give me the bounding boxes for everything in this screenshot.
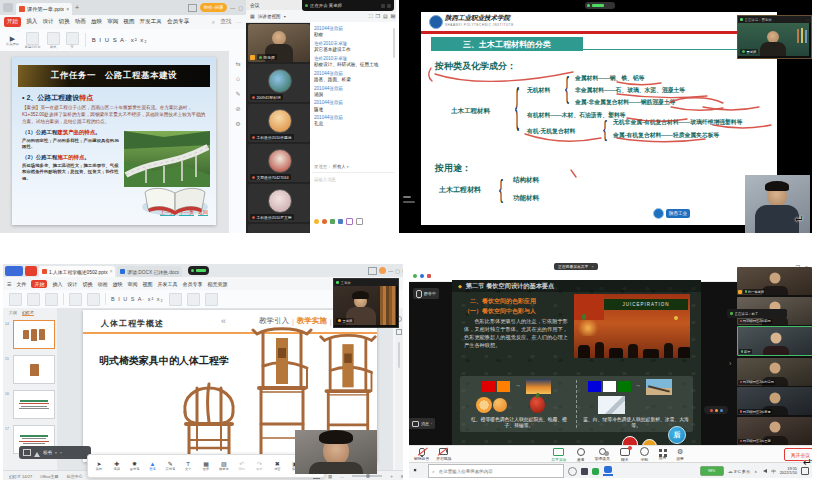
bl-student-cam[interactable]	[295, 430, 377, 474]
doc-document-tab[interactable]: 课辅.DOCX 已转换.docx	[117, 266, 182, 277]
tool-text[interactable]: T文字	[180, 461, 196, 472]
menu-icon[interactable]: ☰	[7, 281, 11, 287]
video-tile-speaking[interactable]: 韩子	[737, 326, 812, 356]
section-group[interactable]: 节	[66, 32, 79, 49]
new-slide-group[interactable]: 新建幻灯片	[25, 32, 41, 49]
menu-animation[interactable]: 动画	[75, 18, 86, 26]
nav-back-link[interactable]: 返回	[198, 209, 208, 216]
video-tile[interactable]: 环19级环艺2班刘诗雨	[737, 358, 812, 386]
start-show-group[interactable]: ▶ 从头开始	[6, 35, 19, 46]
menu-review[interactable]: 审阅	[127, 281, 137, 287]
align-icon[interactable]	[169, 293, 182, 306]
meeting-info-icon[interactable]	[420, 274, 424, 278]
manage-members-button[interactable]: 管理成员	[595, 448, 610, 461]
rail-icon[interactable]	[396, 329, 402, 335]
more-icon[interactable]: ⋯	[236, 19, 241, 25]
tool-redo[interactable]: ↷恢复	[252, 461, 268, 472]
new-slide-icon[interactable]	[69, 293, 82, 306]
file-icon[interactable]	[338, 219, 343, 224]
tab-close-icon[interactable]: ×	[66, 6, 69, 12]
video-tile[interactable]: 刘一璇老师	[737, 267, 812, 295]
taskview-icon[interactable]	[568, 467, 577, 476]
video-tile-teacher[interactable]: 陈老师	[248, 24, 310, 62]
split-view-icon[interactable]	[188, 4, 197, 12]
battery-widget[interactable]: 98%	[700, 466, 724, 476]
video-tile-4[interactable]: 文思造价70427034	[248, 144, 310, 182]
more-tools-icon[interactable]	[356, 218, 363, 225]
split-view-icon[interactable]	[368, 267, 377, 275]
start-video-button[interactable]: 开启视频	[436, 448, 451, 461]
notes-label[interactable]: 批注中心	[67, 474, 83, 479]
tool-pen-active[interactable]: ▲画笔	[144, 461, 160, 472]
banner-close-icon[interactable]: ×	[591, 265, 593, 269]
mention-icon[interactable]	[322, 219, 327, 224]
tool-eraser[interactable]: ▨橡皮擦	[216, 461, 232, 472]
ime-lang[interactable]: 中	[771, 469, 776, 474]
rail-scrollbar[interactable]	[398, 342, 401, 368]
minimize-button[interactable]: —	[388, 268, 393, 274]
ppt-document-tab[interactable]: 1.人体工程学概述0502.pptx ×	[39, 266, 115, 277]
format-strip[interactable]: B I U S A· x² x₂	[92, 37, 148, 43]
nav-prev-link[interactable]: 上一页	[160, 209, 175, 216]
emoji-icon[interactable]	[314, 219, 319, 224]
slides-tab[interactable]: 幻灯片	[22, 310, 34, 316]
screen-share-banner[interactable]: 正在观看屏幕共享 ×	[554, 263, 598, 270]
send-to-caret-icon[interactable]: ▾	[347, 165, 349, 169]
slide-thumbnail[interactable]	[13, 390, 55, 419]
layout-icon[interactable]	[87, 293, 100, 306]
star-icon[interactable]: ✩	[235, 76, 240, 82]
chat-tab-label[interactable]: 聊天	[391, 14, 396, 19]
popout-icon[interactable]: ❐	[376, 13, 380, 19]
menu-file[interactable]: 文件	[16, 281, 26, 287]
view-grid-icon[interactable]: ▦	[250, 13, 255, 19]
send-to-value[interactable]: 所有人	[333, 164, 346, 169]
view-mode-label[interactable]: 演讲者视图	[258, 14, 281, 19]
font-format-strip[interactable]: B I U S A· x² x₂	[111, 296, 164, 302]
tool-undo[interactable]: ↶撤销	[234, 461, 250, 472]
cut-icon[interactable]	[27, 293, 40, 306]
record-button[interactable]: 录制	[640, 447, 649, 462]
layout-group[interactable]: 版式	[47, 32, 60, 49]
view-mode-caret-icon[interactable]: ▾	[284, 14, 286, 19]
slide-thumbnail-selected[interactable]	[13, 320, 55, 349]
slide-thumbnail[interactable]	[13, 355, 55, 384]
pill-btn2-icon[interactable]	[387, 4, 391, 8]
zoom-out-button[interactable]: —	[340, 474, 344, 479]
settings-button[interactable]: ⚙ 设置	[676, 448, 684, 461]
tool-shapes[interactable]: ▦图形	[198, 461, 214, 472]
board-mode-pill[interactable]: 板书 ▾ ×	[19, 446, 91, 459]
maximize-button[interactable]: ▢	[395, 268, 400, 274]
menu-slideshow[interactable]: 放映	[112, 281, 122, 287]
fullscreen-icon[interactable]: ⛶	[369, 13, 373, 20]
chat-messages[interactable]: 201044张欣茹勘察 造价2010宋卓璇其它基本建设工作 造价2010宋卓璇勘…	[314, 26, 390, 156]
menu-home[interactable]: 开始	[31, 280, 47, 288]
new-tab-button[interactable]: +	[75, 4, 79, 11]
search-icon[interactable]: ⌕	[212, 19, 215, 26]
annotation-toolbar[interactable]: ➤鼠标 ✚选择 ✸激光笔 ▲画笔 ✎荧光笔 T文字 ▦图形 ▨橡皮擦 ↶撤销 ↷…	[87, 454, 325, 478]
menu-insert[interactable]: 插入	[52, 281, 62, 287]
chat-button[interactable]: 聊天	[620, 448, 630, 462]
menu-review[interactable]: 审阅	[107, 18, 118, 26]
maximize-button[interactable]: ▢	[238, 5, 243, 11]
chat-tab-icon[interactable]: ▤	[383, 13, 388, 19]
chat-emoji-row[interactable]	[314, 218, 363, 225]
menu-design[interactable]: 设计	[67, 281, 77, 287]
menu-transition[interactable]: 切换	[59, 18, 70, 26]
taskbar-search-input[interactable]	[437, 468, 551, 475]
video-tile-2[interactable]: 200941翟程明	[248, 64, 310, 102]
video-tile[interactable]: 环19级环艺1班王萌	[737, 417, 812, 445]
chat-scrollbar[interactable]	[393, 28, 395, 58]
app-icon-wechat[interactable]	[592, 468, 599, 475]
tool-mouse[interactable]: ➤鼠标	[91, 461, 107, 472]
video-tile-partial[interactable]	[248, 224, 310, 233]
tool-laser[interactable]: ✸激光笔	[127, 461, 143, 472]
in-meeting-pill[interactable]: 正在开会 黄老师	[302, 0, 394, 11]
chat-input[interactable]: 请输入消息	[314, 177, 390, 182]
menu-member[interactable]: 会员专享	[167, 18, 189, 26]
wps-home-button[interactable]	[5, 266, 23, 276]
close-button[interactable]: ×	[402, 268, 403, 274]
format-painter-icon[interactable]	[45, 293, 58, 306]
wps-home-icon[interactable]	[3, 3, 13, 12]
pill-btn1-icon[interactable]	[381, 4, 385, 8]
collab-badge[interactable]: 协作·授课	[200, 3, 228, 12]
